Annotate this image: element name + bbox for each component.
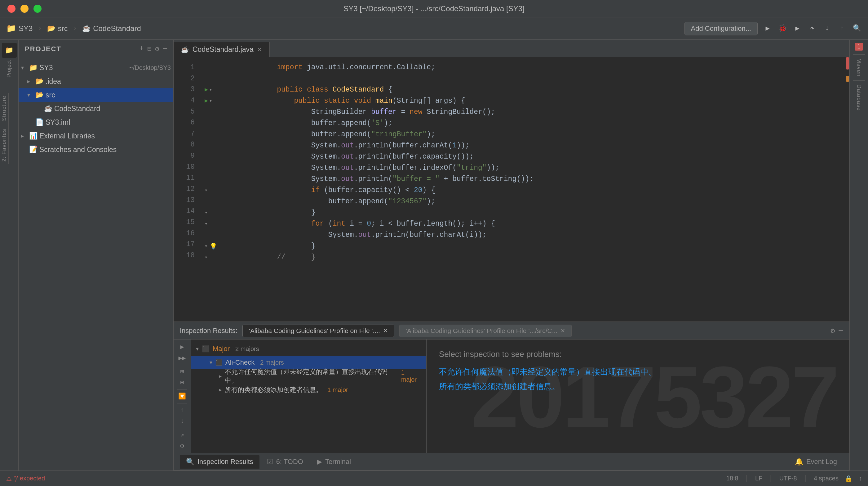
error-badge: 1 (855, 43, 863, 51)
inspection-tab-2-close[interactable]: ✕ (560, 327, 565, 334)
tree-item-idea[interactable]: ▸ 📂 .idea (19, 75, 173, 88)
insp-sub-item-2[interactable]: ▸ 所有的类都必须添加创建者信息。 1 major (191, 383, 426, 397)
minimize-panel-icon[interactable]: — (163, 45, 167, 53)
insp-major-count: 2 majors (235, 345, 259, 352)
warning-indicator (846, 76, 849, 82)
step-into-button[interactable]: ↓ (822, 24, 832, 33)
insp-export-icon[interactable]: ↗ (176, 430, 188, 439)
right-sep-2 (853, 80, 865, 81)
insp-run-icon[interactable]: ▶ (176, 343, 188, 351)
tree-label-src: src (45, 91, 171, 99)
inspection-tab-icon: 🔍 (186, 458, 194, 466)
inspection-tab-1-label: 'Alibaba Coding Guidelines' Profile on F… (249, 327, 380, 335)
status-sep-1: | (745, 474, 749, 483)
tree-item-extlib[interactable]: ▸ 📊 External Libraries (19, 129, 173, 143)
inspection-tab-2-label: 'Alibaba Coding Guidelines' Profile on F… (406, 327, 557, 335)
status-encoding: UTF-8 (779, 475, 797, 482)
tab-codestandard[interactable]: ☕ CodeStandard.java ✕ (174, 42, 270, 57)
toolbar-project-icon[interactable]: 📁 SY3 (6, 24, 33, 33)
minimize-action-icon[interactable]: — (839, 326, 843, 335)
insp-expand-icon[interactable]: ⊞ (176, 367, 188, 376)
minimize-button[interactable] (21, 5, 29, 13)
inspection-tab-1[interactable]: 'Alibaba Coding Guidelines' Profile on F… (242, 325, 394, 337)
todo-tab-icon: ☑ (267, 458, 273, 466)
insp-filter-icon[interactable]: 🔽 (176, 392, 188, 400)
src-folder-icon: 📂 (35, 91, 44, 99)
insp-sub-item-1[interactable]: ▸ 不允许任何魔法值（即未经定义的常量）直接出现在代码中。 1 major (191, 369, 426, 383)
bulb-icon[interactable]: 💡 (210, 242, 217, 251)
tab-close-codestandard[interactable]: ✕ (257, 46, 262, 53)
inspection-tab-2[interactable]: 'Alibaba Coding Guidelines' Profile on F… (399, 325, 571, 337)
status-lock-icon: 🔒 (845, 475, 852, 482)
structure-vert-label[interactable]: Structure (1, 95, 7, 121)
iml-icon: 📄 (35, 118, 44, 126)
code-text-18: // } (217, 241, 843, 274)
code-area[interactable]: import java.util.concurrent.Callable; ▶▾… (198, 57, 849, 321)
tree-label-cs: CodeStandard (54, 105, 171, 113)
insp-sub-2-arrow: ▸ (219, 387, 222, 393)
insp-right-link-1[interactable]: 不允许任何魔法值（即未经定义的常量）直接出现在代码中。 (439, 367, 837, 377)
inspection-actions: ⚙ — (831, 326, 843, 335)
activity-project-icon[interactable]: 📁 (2, 43, 17, 58)
insp-sub-2-label: 所有的类都必须添加创建者信息。 (225, 385, 322, 394)
insp-right-link-2[interactable]: 所有的类都必须添加创建者信息。 (439, 381, 837, 392)
step-out-button[interactable]: ↑ (837, 24, 847, 33)
add-configuration-button[interactable]: Add Configuration... (684, 22, 757, 35)
coverage-button[interactable]: ▶ (793, 24, 802, 33)
inspection-header: Inspection Results: 'Alibaba Coding Guid… (174, 322, 849, 340)
tree-label-scratches: Scratches and Consoles (39, 146, 171, 154)
right-label-maven[interactable]: Maven (856, 58, 862, 77)
bottom-tab-inspection[interactable]: 🔍 Inspection Results (180, 455, 259, 468)
insp-group-major[interactable]: ▾ ⬛ Major 2 majors (191, 342, 426, 356)
sidebar-header: Project + ⊟ ⚙ — (19, 40, 173, 58)
insp-sep-1 (177, 365, 187, 365)
activity-structure-icon[interactable]: Project (2, 60, 17, 75)
tree-label-extlib: External Libraries (39, 132, 171, 140)
structure-label: Project (6, 60, 12, 78)
tree-item-src[interactable]: ▾ 📂 src (19, 88, 173, 102)
editor-content[interactable]: 1 2 3 4 5 6 7 8 9 10 11 12 13 14 15 16 1 (174, 57, 849, 321)
insp-run-all-icon[interactable]: ▶▶ (176, 353, 188, 362)
inspection-tab-1-close[interactable]: ✕ (383, 327, 388, 334)
content-area: 📁 Project Project + ⊟ ⚙ — ▾ 📁 (0, 40, 868, 470)
insp-alicheck-icon: ⬛ (215, 359, 222, 366)
bottom-tab-terminal[interactable]: ▶ Terminal (311, 455, 357, 468)
bottom-panel: Inspection Results: 'Alibaba Coding Guid… (174, 321, 849, 470)
step-over-button[interactable]: ↷ (807, 24, 817, 33)
settings-icon[interactable]: ⚙ (155, 45, 159, 53)
tree-item-sy3[interactable]: ▾ 📁 SY3 ~/Desktop/SY3 (19, 61, 173, 75)
bottom-tab-todo[interactable]: ☑ 6: TODO (261, 455, 309, 468)
status-git-icon: ↑ (859, 475, 862, 482)
toolbar-codestandard-item[interactable]: ☕ CodeStandard (82, 24, 141, 33)
favorites-vert-label[interactable]: 2: Favorites (1, 129, 7, 162)
window-controls (7, 5, 41, 13)
inspection-left: ▾ ⬛ Major 2 majors ▾ ⬛ Ali-Check 2 major… (191, 340, 427, 453)
tree-item-codestandard[interactable]: ▸ ☕ CodeStandard (19, 102, 173, 115)
inspection-body: ▶ ▶▶ ⊞ ⊟ 🔽 ↑ ↓ ↗ ⚙ (174, 340, 849, 453)
right-label-database[interactable]: Database (856, 84, 862, 111)
tree-item-iml[interactable]: ▸ 📄 SY3.iml (19, 115, 173, 129)
toolbar-cs-label: CodeStandard (93, 24, 141, 33)
insp-down-icon[interactable]: ↓ (176, 417, 188, 425)
bottom-tab-eventlog[interactable]: 🔔 Event Log (788, 455, 843, 468)
collapse-icon[interactable]: ⊟ (147, 45, 151, 53)
close-button[interactable] (7, 5, 16, 13)
debug-button[interactable]: 🐞 (777, 24, 787, 33)
insp-sep-4 (177, 428, 187, 428)
search-button[interactable]: 🔍 (852, 24, 862, 33)
insp-up-icon[interactable]: ↑ (176, 406, 188, 414)
eventlog-icon: 🔔 (795, 458, 803, 466)
project-icon: 📁 (6, 24, 16, 33)
insp-collapse-icon[interactable]: ⊟ (176, 378, 188, 387)
main-layout: 📁 SY3 › 📂 src › ☕ CodeStandard Add Confi… (0, 18, 868, 486)
insp-sep-3 (177, 403, 187, 403)
run-button[interactable]: ▶ (763, 24, 773, 33)
insp-settings2-icon[interactable]: ⚙ (176, 441, 188, 450)
toolbar-src-item[interactable]: 📂 src (47, 24, 68, 33)
settings-action-icon[interactable]: ⚙ (831, 326, 835, 335)
tree-item-scratches[interactable]: ▸ 📝 Scratches and Consoles (19, 143, 173, 156)
bottom-tab-terminal-label: Terminal (325, 458, 351, 466)
maximize-button[interactable] (33, 5, 41, 13)
add-file-icon[interactable]: + (140, 45, 144, 53)
insp-sub-1-label: 不允许任何魔法值（即未经定义的常量）直接出现在代码中。 (225, 367, 396, 385)
